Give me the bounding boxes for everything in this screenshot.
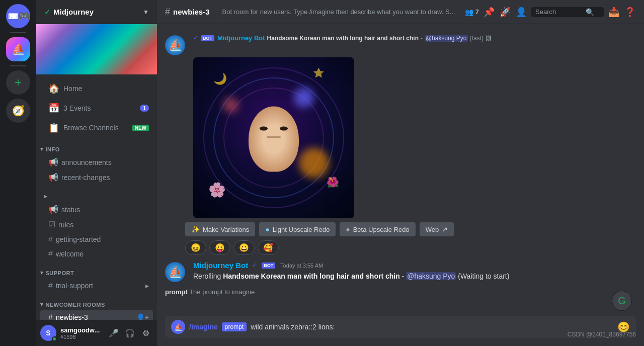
megaphone-icon-2: 📢 — [48, 172, 58, 182]
beta-upscale-redo-button[interactable]: ● Beta Upscale Redo — [340, 222, 415, 236]
glow-2 — [294, 88, 314, 108]
channel-hash-icon: # — [165, 7, 170, 17]
slash-command-label: /imagine — [189, 323, 218, 331]
channel-recent-changes[interactable]: 📢 recent-changes — [40, 170, 153, 185]
user-controls: 🎤 🎧 ⚙ — [107, 326, 153, 340]
decor-4: 🌺 — [327, 176, 339, 188]
search-input[interactable] — [535, 8, 586, 16]
make-variations-button[interactable]: ✨ Make Variations — [185, 222, 255, 236]
image-icon: 🖼 — [486, 35, 492, 42]
hash-icon-gs: # — [48, 235, 53, 244]
eye-right — [280, 127, 288, 131]
category-support[interactable]: ▾ SUPPORT — [36, 262, 157, 278]
channel-announcements[interactable]: 📢 announcements — [40, 155, 153, 169]
nav-events[interactable]: 📅 3 Events 1 — [40, 99, 153, 118]
help-button[interactable]: ❓ — [624, 6, 636, 18]
light-upscale-icon: ● — [265, 225, 269, 233]
category-newcomer[interactable]: ▾ NEWCOMER ROOMS — [36, 293, 157, 310]
topbar-divider — [216, 6, 216, 18]
emoji-btn-2[interactable]: 😛 — [209, 240, 230, 255]
input-avatar: ⛵ — [171, 320, 185, 334]
add-server-button[interactable]: + — [6, 70, 30, 95]
chat-image-wrapper: 🌸 🌙 ⭐ 🌺 — [193, 57, 644, 218]
server-banner — [36, 24, 157, 74]
main-wrapper: ⛵ ✓ BOT Midjourney Bot Handsome Korean m… — [157, 24, 644, 346]
topbar-channel: # newbies-3 — [165, 7, 210, 17]
explore-button[interactable]: 🧭 — [6, 99, 30, 123]
emoji-picker-button[interactable]: 😊 — [617, 321, 630, 333]
chat-image: 🌸 🌙 ⭐ 🌺 — [193, 57, 354, 218]
server-name: ✓ Midjourney — [44, 8, 94, 16]
channel-getting-started[interactable]: # getting-started — [40, 232, 153, 246]
verified-check-2: ✓ — [252, 262, 257, 269]
boost-button[interactable]: 🚀 — [499, 6, 511, 18]
megaphone-icon: 📢 — [48, 157, 58, 167]
support-chevron: ▾ — [40, 270, 44, 276]
message-input[interactable] — [251, 323, 613, 331]
discord-home-button[interactable]: ⌨ 🎮 — [6, 4, 30, 28]
channel-welcome[interactable]: # welcome — [40, 247, 153, 261]
channel-rules[interactable]: ☑ rules — [40, 217, 153, 232]
server-divider-2 — [10, 65, 26, 66]
bot-name-ref: Midjourney Bot — [217, 34, 265, 42]
settings-button[interactable]: ⚙ — [139, 326, 153, 340]
web-button[interactable]: Web ↗ — [420, 222, 454, 236]
action-buttons: ✨ Make Variations ● Light Upscale Redo ●… — [185, 222, 644, 236]
ping-button[interactable]: 📌 — [483, 6, 495, 18]
hash-icon-n3: # — [48, 313, 53, 320]
decor-1: 🌸 — [208, 182, 226, 198]
inbox-button[interactable]: 📥 — [608, 6, 620, 18]
user-avatar-wrapper: S — [40, 325, 56, 341]
speed-label: (fast) — [470, 35, 484, 42]
emoji-btn-4[interactable]: 🥰 — [258, 240, 279, 255]
mention-haksung-ref[interactable]: @haksung Pyo — [425, 35, 468, 42]
bot-avatar-1: ⛵ — [165, 35, 185, 55]
server-header[interactable]: ✓ Midjourney ▼ — [36, 0, 157, 24]
server-icon-midjourney[interactable]: ⛵ — [6, 37, 30, 61]
emoji-btn-3[interactable]: 😀 — [233, 240, 255, 255]
search-bar[interactable]: 🔍 — [531, 7, 604, 17]
channel-topic: Bot room for new users. Type /imagine th… — [222, 8, 461, 16]
members-button[interactable]: 👤 — [515, 6, 527, 18]
add-member-icon[interactable]: 👤+ — [136, 313, 149, 320]
scroll-bottom-button[interactable]: G — [612, 291, 632, 311]
channel-trial-support[interactable]: # trial-support ▸ — [40, 279, 153, 293]
svg-text:⌨: ⌨ — [8, 12, 18, 21]
topbar: # newbies-3 Bot room for new users. Type… — [157, 0, 644, 24]
events-badge: 1 — [140, 105, 149, 112]
prompt-helper: prompt The prompt to imagine — [157, 286, 644, 300]
beta-upscale-icon: ● — [346, 225, 350, 233]
nav-home[interactable]: 🏠 Home — [40, 79, 153, 98]
server-menu-chevron: ▼ — [143, 9, 149, 16]
glow-1 — [299, 148, 329, 178]
bot-avatar-2: ⛵ — [165, 262, 185, 282]
ref-bold-text: Handsome Korean man with long hair and s… — [267, 35, 419, 42]
message-input-box: ⛵ /imagine prompt 😊 — [165, 316, 636, 338]
msg2-author: Midjourney Bot — [193, 261, 248, 270]
microphone-button[interactable]: 🎤 — [107, 326, 121, 340]
msg2-text: Rerolling Handsome Korean man with long … — [193, 272, 636, 282]
message-image-group: ⛵ ✓ BOT Midjourney Bot Handsome Korean m… — [157, 32, 644, 57]
hash-icon-ts: # — [48, 281, 53, 290]
headphones-button[interactable]: 🎧 — [123, 326, 137, 340]
scroll-down-icon: G — [618, 295, 626, 307]
channel-newbies-3[interactable]: # newbies-3 👤+ — [40, 310, 153, 320]
msg1-header-row: ⛵ ✓ BOT Midjourney Bot Handsome Korean m… — [165, 34, 636, 55]
message-input-area: ⛵ /imagine prompt 😊 — [157, 316, 644, 346]
user-tag: #1598 — [60, 334, 103, 340]
mouth — [267, 137, 281, 138]
mention-haksung-2[interactable]: @haksung Pyo — [406, 272, 456, 280]
external-link-icon: ↗ — [442, 225, 448, 233]
category-info[interactable]: ▾ INFO — [36, 138, 157, 154]
emoji-btn-1[interactable]: 😖 — [185, 240, 206, 255]
newcomer-chevron: ▾ — [40, 301, 44, 308]
nav-browse-channels[interactable]: 📋 Browse Channels NEW — [40, 118, 153, 137]
prompt-label: prompt — [222, 322, 247, 331]
username: samgoodw... — [60, 326, 103, 334]
channel-status[interactable]: 📢 status — [40, 202, 153, 217]
category-info-expand[interactable]: ▸ — [36, 185, 157, 202]
category-chevron: ▾ — [40, 146, 44, 152]
light-upscale-redo-button[interactable]: ● Light Upscale Redo — [259, 222, 336, 236]
channel-sidebar: ✓ Midjourney ▼ 🏠 Home 📅 3 Events 1 📋 Bro… — [36, 0, 157, 346]
decor-3: ⭐ — [313, 67, 324, 78]
